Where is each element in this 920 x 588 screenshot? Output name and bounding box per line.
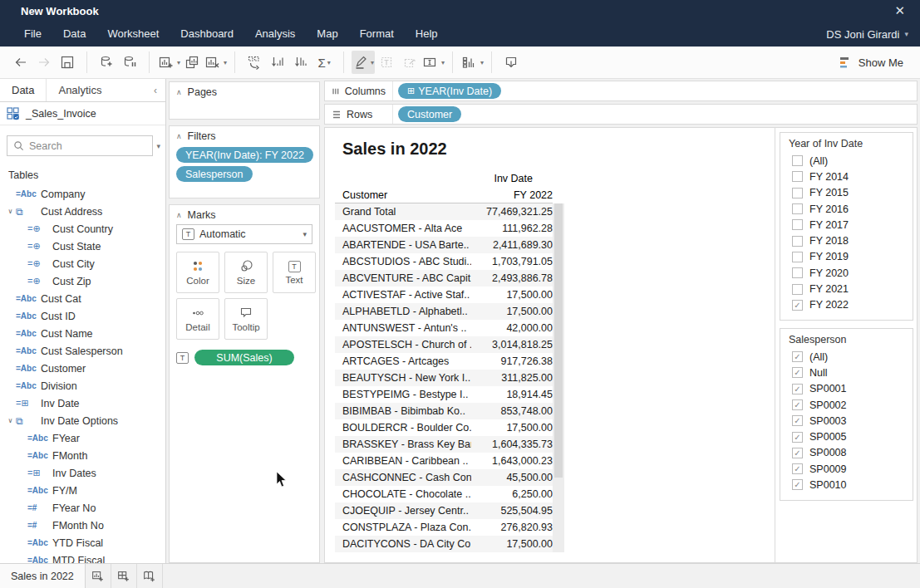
collapse-card-icon[interactable]: ∧ — [176, 88, 182, 96]
customer-cell[interactable]: CASHCONNEC - Cash Con.. — [335, 469, 471, 486]
customer-cell[interactable]: ACTIVESTAF - Active Staf.. — [335, 287, 471, 303]
checkbox[interactable] — [792, 203, 803, 214]
customer-cell[interactable]: ABARTENDE - USA Barte.. — [335, 237, 471, 253]
field-item[interactable]: =Abc FMonth — [0, 447, 165, 464]
customer-cell[interactable]: BIBIMBAB - Bibimbab Ko.. — [335, 403, 471, 419]
collapse-pane-icon[interactable]: ‹ — [145, 79, 165, 101]
customer-cell[interactable]: Grand Total — [335, 203, 471, 220]
filters-card[interactable]: ∧ Filters YEAR(Inv Date): FY 2022 Salesp… — [169, 125, 320, 198]
checkbox[interactable]: ✓ — [792, 415, 803, 426]
customer-cell[interactable]: ARTCAGES - Artcages — [335, 353, 471, 370]
customer-cell[interactable]: CARIBBEAN - Caribbean .. — [335, 453, 471, 469]
sales-value-cell[interactable]: 311,825.00 — [471, 370, 553, 386]
size-button[interactable]: Size — [224, 252, 268, 293]
totals-button[interactable]: Σ ▾ — [312, 51, 336, 74]
marks-card[interactable]: ∧ Marks T Automatic ▾ Color Size T — [169, 204, 320, 563]
redo-button[interactable] — [32, 51, 56, 74]
checkbox[interactable]: ✓ — [792, 448, 803, 458]
field-item[interactable]: =Abc Cust Name — [0, 325, 165, 342]
show-mark-labels-button[interactable] — [375, 51, 398, 74]
sales-value-cell[interactable]: 2,411,689.30 — [471, 237, 553, 253]
sales-value-cell[interactable]: 45,500.00 — [471, 469, 553, 486]
field-item[interactable]: =# FMonth No — [0, 517, 165, 534]
detail-button[interactable]: Detail — [176, 298, 219, 340]
customer-cell[interactable]: BRASSKEY - Brass Key Bar — [335, 436, 471, 453]
checkbox[interactable]: ✓ — [792, 300, 803, 311]
undo-button[interactable] — [9, 51, 32, 74]
filter-checkbox-item[interactable]: (All) — [789, 153, 906, 169]
tooltip-button[interactable]: Tooltip — [224, 298, 268, 340]
sales-value-cell[interactable]: 1,604,335.73 — [471, 436, 553, 453]
checkbox[interactable]: ✓ — [792, 479, 803, 490]
sales-value-cell[interactable]: 917,726.38 — [471, 353, 553, 370]
checkbox[interactable] — [792, 155, 803, 166]
table-row[interactable]: ANTUNSWEST - Antun's .. 42,000.00 — [335, 320, 553, 336]
field-item[interactable]: =Abc YTD Fiscal — [0, 534, 165, 551]
sales-value-cell[interactable]: 525,504.95 — [471, 502, 553, 519]
table-row[interactable]: CHOCOLATE - Chocolate .. 6,250.00 — [335, 486, 553, 502]
sheet-title[interactable]: Sales in 2022 — [335, 140, 775, 159]
table-row[interactable]: CARIBBEAN - Caribbean .. 1,643,000.23 — [335, 453, 553, 469]
text-button[interactable]: T Text — [273, 252, 316, 293]
customer-cell[interactable]: CONSTPLAZA - Plaza Con.. — [335, 519, 471, 536]
field-item[interactable]: =⊕ Cust Zip — [0, 272, 165, 290]
menu-help[interactable]: Help — [405, 22, 449, 47]
field-item[interactable]: =Abc Cust Salesperson — [0, 342, 165, 360]
field-item[interactable]: ∨ ⧉ Inv Date Options — [0, 412, 165, 429]
customer-cell[interactable]: ALPHABETLD - Alphabetl.. — [335, 303, 471, 320]
filter-checkbox-item[interactable]: FY 2019 — [789, 249, 906, 265]
table-row[interactable]: BEAUTYSCH - New York I.. 311,825.00 — [335, 370, 553, 386]
duplicate-sheet-button[interactable] — [180, 51, 204, 74]
expander-icon[interactable]: ∨ — [5, 208, 16, 215]
sales-value-cell[interactable]: 17,500.00 — [471, 536, 553, 552]
checkbox[interactable] — [792, 188, 803, 198]
checkbox[interactable] — [792, 171, 803, 182]
search-options-icon[interactable]: ▾ — [156, 142, 160, 150]
field-item[interactable]: =Abc Division — [0, 377, 165, 394]
collapse-card-icon[interactable]: ∧ — [176, 132, 182, 140]
rows-pill[interactable]: Customer — [398, 106, 461, 122]
sales-value-cell[interactable]: 111,962.28 — [471, 220, 553, 237]
pages-card[interactable]: ∧ Pages — [169, 81, 320, 120]
filter-checkbox-item[interactable]: FY 2021 — [789, 281, 906, 296]
filter-checkbox-item[interactable]: FY 2016 — [789, 201, 906, 217]
scrollbar-thumb[interactable] — [554, 203, 563, 478]
customer-cell[interactable]: ABCVENTURE - ABC Capit.. — [335, 270, 471, 287]
sales-value-cell[interactable]: 853,748.00 — [471, 403, 553, 419]
customer-cell[interactable]: APOSTELSCH - Church of .. — [335, 336, 471, 353]
show-hide-cards-button[interactable]: ▾ — [460, 51, 484, 74]
new-data-source-button[interactable] — [95, 51, 118, 74]
field-item[interactable]: =Abc FYear — [0, 429, 165, 447]
checkbox[interactable]: ✓ — [792, 384, 803, 394]
table-row[interactable]: ALPHABETLD - Alphabetl.. 17,500.00 — [335, 303, 553, 320]
clear-sheet-button[interactable]: ▾ — [204, 51, 227, 74]
filter-checkbox-item[interactable]: FY 2015 — [789, 185, 906, 201]
checkbox[interactable]: ✓ — [792, 367, 803, 378]
table-row[interactable]: AACUSTOMER - Alta Ace 111,962.28 — [335, 220, 553, 237]
sales-value-cell[interactable]: 17,500.00 — [471, 419, 553, 436]
mark-type-dropdown[interactable]: T Automatic ▾ — [176, 224, 312, 244]
table-row[interactable]: Grand Total 77,469,321.25 — [335, 203, 553, 220]
tab-analytics[interactable]: Analytics — [46, 79, 113, 101]
field-item[interactable]: =⊞ Inv Dates — [0, 464, 165, 482]
field-item[interactable]: =⊞ Inv Date — [0, 394, 165, 412]
filter-checkbox-item[interactable]: ✓ SP0001 — [789, 381, 906, 397]
checkbox[interactable]: ✓ — [792, 399, 803, 410]
filter-checkbox-item[interactable]: ✓ (All) — [789, 349, 906, 365]
checkbox[interactable]: ✓ — [792, 432, 803, 443]
field-item[interactable]: =⊕ Cust State — [0, 238, 165, 255]
columns-pill[interactable]: ⊞ YEAR(Inv Date) — [398, 83, 501, 99]
rows-shelf[interactable]: Rows Customer — [324, 104, 918, 125]
pause-auto-updates-button[interactable] — [118, 51, 141, 74]
field-item[interactable]: =⊕ Cust Country — [0, 220, 165, 238]
row-field-header[interactable]: Customer — [335, 187, 471, 203]
save-button[interactable] — [56, 51, 79, 74]
checkbox[interactable] — [792, 284, 803, 295]
new-worksheet-button[interactable]: ▾ — [157, 51, 180, 74]
new-worksheet-tab-button[interactable] — [86, 564, 111, 588]
menu-data[interactable]: Data — [52, 22, 96, 47]
filter-checkbox-item[interactable]: ✓ SP0010 — [789, 477, 906, 492]
fix-axes-button[interactable] — [398, 51, 421, 74]
field-item[interactable]: =Abc Cust Cat — [0, 290, 165, 307]
table-row[interactable]: BESTYPEIMG - Bestype I.. 18,914.45 — [335, 386, 553, 403]
